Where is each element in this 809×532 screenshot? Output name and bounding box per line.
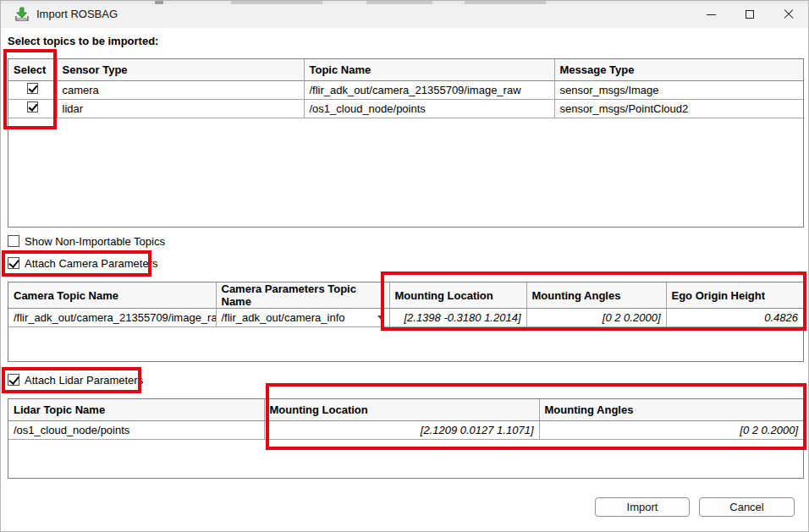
table-row: /flir_adk_out/camera_21355709/image_raw … xyxy=(8,309,803,327)
camera-params-topic-dropdown[interactable]: /flir_adk_out/camera_info xyxy=(216,309,389,327)
row-select-checkbox[interactable] xyxy=(27,101,38,112)
lidar-mounting-location-cell[interactable]: [2.1209 0.0127 1.1071] xyxy=(264,420,539,439)
camera-header-mounting-angles: Mounting Angles xyxy=(526,282,666,309)
lidar-header-mounting-angles: Mounting Angles xyxy=(539,399,803,420)
camera-parameters-table: Camera Topic Name Camera Parameters Topi… xyxy=(8,282,804,362)
topics-header-topic-name: Topic Name xyxy=(304,59,554,80)
camera-header-mounting-location: Mounting Location xyxy=(389,282,526,309)
close-icon xyxy=(784,9,794,19)
minimize-icon xyxy=(707,14,716,15)
lidar-mounting-angles-cell[interactable]: [0 2 0.2000] xyxy=(539,420,803,439)
import-rosbag-icon xyxy=(14,7,30,22)
table-row: /os1_cloud_node/points [2.1209 0.0127 1.… xyxy=(8,420,803,439)
camera-mounting-angles-cell[interactable]: [0 2 0.2000] xyxy=(526,309,666,327)
topics-header-sensor-type: Sensor Type xyxy=(57,59,304,80)
topic-name-cell: /flir_adk_out/camera_21355709/image_raw xyxy=(304,80,554,99)
attach-camera-checkbox-row[interactable]: Attach Camera Parameters xyxy=(8,256,158,270)
row-select-cell[interactable] xyxy=(8,80,57,99)
maximize-icon xyxy=(746,10,754,19)
close-button[interactable] xyxy=(769,1,808,28)
table-row: lidar /os1_cloud_node/points sensor_msgs… xyxy=(8,99,803,118)
title-bar: Import ROSBAG xyxy=(1,1,808,28)
window-title: Import ROSBAG xyxy=(36,1,118,28)
import-rosbag-dialog: Import ROSBAG Select topics to be import… xyxy=(0,0,809,532)
topics-header-select: Select xyxy=(8,59,57,80)
show-non-importable-label: Show Non-Importable Topics xyxy=(25,235,165,248)
camera-topic-name-cell: /flir_adk_out/camera_21355709/image_raw xyxy=(8,309,216,327)
topic-name-cell: /os1_cloud_node/points xyxy=(304,99,554,118)
camera-header-ego-origin-height: Ego Origin Height xyxy=(666,282,803,309)
show-non-importable-checkbox-row[interactable]: Show Non-Importable Topics xyxy=(8,234,165,248)
message-type-cell: sensor_msgs/Image xyxy=(554,80,803,99)
chevron-down-icon xyxy=(377,315,384,320)
attach-lidar-label: Attach Lidar Parameters xyxy=(25,374,143,387)
message-type-cell: sensor_msgs/PointCloud2 xyxy=(554,99,803,118)
row-select-checkbox[interactable] xyxy=(27,83,38,94)
attach-lidar-checkbox-row[interactable]: Attach Lidar Parameters xyxy=(8,373,143,387)
topics-table: Select Sensor Type Topic Name Message Ty… xyxy=(8,58,804,228)
import-button[interactable]: Import xyxy=(595,497,690,517)
attach-lidar-checkbox[interactable] xyxy=(8,374,19,386)
table-row: camera /flir_adk_out/camera_21355709/ima… xyxy=(8,80,803,99)
minimize-button[interactable] xyxy=(691,1,730,28)
lidar-topic-name-cell: /os1_cloud_node/points xyxy=(8,420,264,439)
cancel-button[interactable]: Cancel xyxy=(699,497,795,517)
topics-header-message-type: Message Type xyxy=(554,59,803,80)
row-select-cell[interactable] xyxy=(8,99,57,118)
camera-header-topic-name: Camera Topic Name xyxy=(8,282,216,309)
sensor-type-cell: lidar xyxy=(57,99,304,118)
attach-camera-checkbox[interactable] xyxy=(8,257,19,269)
lidar-parameters-table: Lidar Topic Name Mounting Location Mount… xyxy=(8,398,804,479)
camera-header-params-topic-name: Camera Parameters Topic Name xyxy=(216,282,389,309)
instruction-label: Select topics to be imported: xyxy=(8,35,158,47)
background-window-edge xyxy=(1,1,808,4)
camera-params-topic-value: /flir_adk_out/camera_info xyxy=(222,311,345,324)
lidar-header-topic-name: Lidar Topic Name xyxy=(8,399,264,420)
sensor-type-cell: camera xyxy=(57,80,304,99)
camera-ego-origin-height-cell[interactable]: 0.4826 xyxy=(666,309,803,327)
show-non-importable-checkbox[interactable] xyxy=(8,235,19,247)
camera-mounting-location-cell[interactable]: [2.1398 -0.3180 1.2014] xyxy=(389,309,526,327)
maximize-button[interactable] xyxy=(730,1,769,28)
lidar-header-mounting-location: Mounting Location xyxy=(264,399,539,420)
attach-camera-label: Attach Camera Parameters xyxy=(25,257,158,270)
window-controls xyxy=(691,1,808,28)
